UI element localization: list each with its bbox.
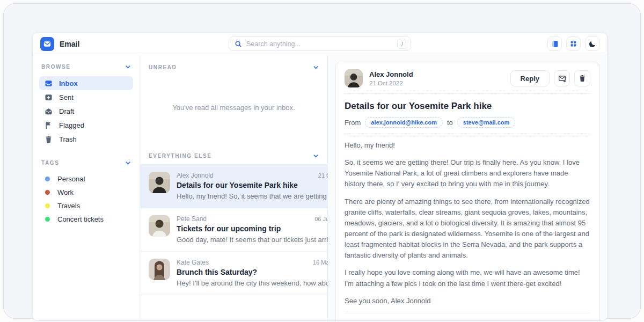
flag-icon xyxy=(45,121,53,129)
trash-icon xyxy=(579,75,586,82)
mail-subject: Details for our Yosemite Park hike xyxy=(177,181,350,189)
chevron-down-icon[interactable] xyxy=(125,64,131,70)
tags-section: TAGS Personal Work Travels xyxy=(39,159,133,226)
search-shortcut-key: / xyxy=(397,39,407,49)
inbox-icon xyxy=(45,79,53,87)
forward-email-button[interactable] xyxy=(554,70,570,86)
browse-section-header[interactable]: BROWSE xyxy=(39,63,133,76)
mail-item-content: Kate Gates 16 May 2022 Brunch this Satur… xyxy=(177,259,347,287)
avatar xyxy=(149,172,170,193)
body-paragraph: There are plenty of amazing things to se… xyxy=(345,196,590,261)
sidebar-item-trash[interactable]: Trash xyxy=(39,132,133,146)
tag-item-personal[interactable]: Personal xyxy=(39,172,133,186)
grid-icon xyxy=(570,40,577,47)
email-app-window: Email / xyxy=(32,32,608,321)
sent-icon xyxy=(45,93,53,101)
message-body: Hello, my friend! So, it seems we are ge… xyxy=(345,140,590,306)
everything-else-section-header[interactable]: EVERYTHING ELSE xyxy=(140,139,327,164)
divider xyxy=(345,134,590,134)
sidebar-item-sent[interactable]: Sent xyxy=(39,90,133,104)
sidebar-item-inbox[interactable]: Inbox xyxy=(39,76,133,90)
divider xyxy=(345,313,590,313)
chevron-down-icon[interactable] xyxy=(313,153,319,159)
mail-subject: Brunch this Saturday? xyxy=(177,268,347,276)
sidebar-item-flagged[interactable]: Flagged xyxy=(39,118,133,132)
app-title: Email xyxy=(60,40,79,48)
tag-color-dot xyxy=(45,177,50,181)
everything-else-label: EVERYTHING ELSE xyxy=(149,153,212,159)
detail-header: Alex Jonnold 21 Oct 2022 Reply xyxy=(345,69,590,87)
mail-item-content: Pete Sand 06 Jul 2022 Tickets for our up… xyxy=(177,215,345,244)
avatar xyxy=(149,215,170,237)
tag-item-concert-tickets[interactable]: Concert tickets xyxy=(39,213,133,226)
tag-color-dot xyxy=(45,190,50,195)
mail-meta-row: Alex Jonnold 21 Oct 2022 xyxy=(177,172,350,179)
avatar xyxy=(149,259,170,280)
sidebar-item-label: Trash xyxy=(59,135,77,143)
sender-identity: Alex Jonnold 21 Oct 2022 xyxy=(369,70,413,86)
mail-list-item-pete[interactable]: Pete Sand 06 Jul 2022 Tickets for our up… xyxy=(140,208,327,251)
from-to-row: From alex.jonnold@hike.com to steve@mail… xyxy=(345,117,590,128)
tags-section-header[interactable]: TAGS xyxy=(39,159,133,172)
header-brand: Email xyxy=(40,37,229,51)
message-subject: Details for our Yosemite Park hike xyxy=(345,101,590,112)
tag-item-travels[interactable]: Travels xyxy=(39,199,133,213)
tag-label: Personal xyxy=(57,175,85,183)
envelope-forward-icon xyxy=(558,75,566,83)
body-paragraph: I really hope you love coming along with… xyxy=(345,267,590,289)
mail-subject: Tickets for our upcoming trip xyxy=(177,224,345,233)
message-detail-card: Alex Jonnold 21 Oct 2022 Reply xyxy=(335,62,599,321)
search-bar[interactable]: / xyxy=(229,36,411,51)
tag-item-work[interactable]: Work xyxy=(39,186,133,199)
app-logo xyxy=(40,37,54,51)
body-signature: See you soon, Alex Jonnold xyxy=(345,296,590,306)
sidebar-item-draft[interactable]: Draft xyxy=(39,104,133,118)
body-paragraph: So, it seems we are getting there! Our t… xyxy=(345,157,590,189)
message-detail-pane: Alex Jonnold 21 Oct 2022 Reply xyxy=(328,55,607,320)
mail-sender: Alex Jonnold xyxy=(177,172,214,179)
search-icon xyxy=(235,40,242,48)
avatar xyxy=(345,69,363,87)
chevron-down-icon[interactable] xyxy=(313,64,319,70)
sidebar-item-label: Sent xyxy=(59,93,74,101)
chevron-down-icon[interactable] xyxy=(125,160,131,166)
mail-list-item-kate[interactable]: Kate Gates 16 May 2022 Brunch this Satur… xyxy=(140,251,327,295)
to-label: to xyxy=(447,119,453,127)
mail-preview: Good day, mate! It seems that our ticket… xyxy=(177,236,345,244)
unread-label: UNREAD xyxy=(149,64,177,70)
tag-color-dot xyxy=(45,217,50,222)
dark-mode-button[interactable] xyxy=(585,36,599,51)
mail-meta-row: Pete Sand 06 Jul 2022 xyxy=(177,215,345,223)
tag-color-dot xyxy=(45,203,50,208)
app-header: Email / xyxy=(33,33,607,55)
notebook-button[interactable] xyxy=(547,36,562,51)
divider xyxy=(345,93,590,94)
tags-label: TAGS xyxy=(41,160,59,166)
tag-label: Travels xyxy=(57,202,80,210)
to-email-chip[interactable]: steve@mail.com xyxy=(457,117,516,128)
from-email-chip[interactable]: alex.jonnold@hike.com xyxy=(365,117,443,128)
mail-sender: Pete Sand xyxy=(177,215,207,223)
browse-label: BROWSE xyxy=(41,64,71,70)
attachments-label: Attachments xyxy=(345,320,590,321)
mail-list-item-alex[interactable]: Alex Jonnold 21 Oct 2022 Details for our… xyxy=(140,164,327,208)
detail-actions: Reply xyxy=(510,70,590,86)
apps-grid-button[interactable] xyxy=(566,36,581,51)
unread-empty-message: You've read all messages in your inbox. xyxy=(140,76,327,139)
reply-button[interactable]: Reply xyxy=(510,70,550,86)
book-icon xyxy=(551,40,559,48)
delete-email-button[interactable] xyxy=(574,70,590,86)
sidebar: BROWSE Inbox Sent xyxy=(33,55,140,320)
sidebar-item-label: Flagged xyxy=(59,121,84,129)
search-input[interactable] xyxy=(246,40,393,48)
mail-sender: Kate Gates xyxy=(177,259,209,266)
unread-section-header[interactable]: UNREAD xyxy=(140,55,327,76)
sidebar-item-label: Draft xyxy=(59,107,74,115)
body-paragraph: Hello, my friend! xyxy=(345,140,590,151)
mail-item-content: Alex Jonnold 21 Oct 2022 Details for our… xyxy=(177,172,350,200)
message-date: 21 Oct 2022 xyxy=(369,80,413,86)
from-label: From xyxy=(345,119,361,127)
sender-name: Alex Jonnold xyxy=(369,70,413,78)
tag-label: Concert tickets xyxy=(57,215,104,223)
trash-icon xyxy=(45,135,53,143)
